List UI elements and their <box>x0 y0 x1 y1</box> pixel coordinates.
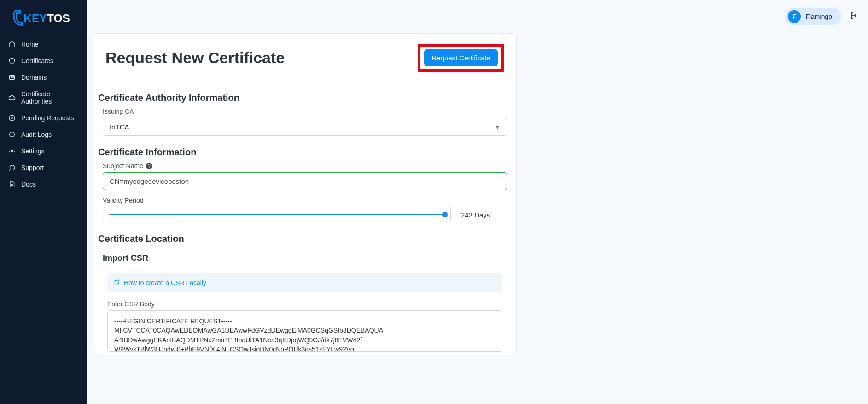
topbar: F Flamingo <box>87 0 868 33</box>
validity-slider[interactable] <box>103 207 451 222</box>
main-content: Request New Certificate Request Certific… <box>87 33 868 404</box>
user-name: Flamingo <box>805 13 832 20</box>
logout-icon <box>848 11 857 22</box>
sidebar-item-domains[interactable]: Domains <box>0 69 87 86</box>
chat-icon <box>8 164 16 171</box>
slider-fill <box>109 214 445 215</box>
home-icon <box>8 41 16 48</box>
sidebar-item-label: Home <box>21 41 38 48</box>
sidebar-item-certificates[interactable]: Certificates <box>0 53 87 69</box>
svg-point-6 <box>11 150 13 152</box>
issuing-ca-select[interactable]: IoTCA ▼ <box>103 118 507 136</box>
avatar: F <box>788 10 801 23</box>
svg-point-5 <box>10 132 15 137</box>
howto-csr-link-text: How to create a CSR Locally <box>124 279 206 287</box>
issuing-ca-value: IoTCA <box>110 123 129 131</box>
page-title: Request New Certificate <box>105 49 285 67</box>
section-heading-ca: Certificate Authority Information <box>93 88 516 108</box>
sidebar-item-label: Certificates <box>21 57 53 64</box>
chevron-down-icon: ▼ <box>495 124 500 130</box>
issuing-ca-label: Issuing CA <box>93 108 516 118</box>
sidebar-item-support[interactable]: Support <box>0 159 87 176</box>
sidebar-item-pending-requests[interactable]: Pending Requests <box>0 110 87 126</box>
sidebar: KEY TOS Home Certificates Dom <box>0 0 87 404</box>
import-csr-heading: Import CSR <box>93 249 516 268</box>
subject-name-label: Subject Name ? <box>93 162 516 172</box>
sidebar-item-label: Settings <box>21 147 45 155</box>
svg-text:KEY: KEY <box>23 12 47 24</box>
sidebar-item-home[interactable]: Home <box>0 36 87 53</box>
validity-period-label: Validity Period <box>93 197 516 207</box>
request-certificate-button[interactable]: Request Certificate <box>424 49 498 66</box>
shield-icon <box>8 57 16 64</box>
csr-body-label: Enter CSR Body <box>93 300 516 310</box>
sidebar-item-settings[interactable]: Settings <box>0 143 87 159</box>
document-icon <box>8 181 16 188</box>
gear-icon <box>8 147 16 155</box>
external-link-icon <box>114 279 120 287</box>
id-card-icon <box>8 74 16 81</box>
sidebar-item-label: Audit Logs <box>21 131 52 138</box>
csr-body-textarea[interactable] <box>107 310 502 352</box>
card-header: Request New Certificate Request Certific… <box>93 34 516 82</box>
sidebar-item-label: Pending Requests <box>21 114 74 122</box>
sidebar-item-label: Domains <box>21 74 47 81</box>
request-certificate-card: Request New Certificate Request Certific… <box>93 33 517 354</box>
cloud-icon <box>8 94 16 101</box>
highlight-annotation: Request Certificate <box>418 44 504 72</box>
user-chip[interactable]: F Flamingo <box>785 8 841 25</box>
subject-name-input[interactable] <box>103 172 507 190</box>
sidebar-item-label: Docs <box>21 181 36 188</box>
sidebar-item-certificate-authorities[interactable]: Certificate Authorities <box>0 86 87 110</box>
crosshair-icon <box>8 131 16 138</box>
section-heading-cert-location: Certificate Location <box>93 229 516 249</box>
brand-logo: KEY TOS <box>0 6 87 36</box>
validity-value: 243 Days <box>461 211 507 219</box>
subject-name-label-text: Subject Name <box>103 162 143 170</box>
sidebar-item-docs[interactable]: Docs <box>0 176 87 193</box>
svg-point-3 <box>11 76 12 78</box>
slider-track <box>109 214 445 215</box>
howto-csr-link[interactable]: How to create a CSR Locally <box>107 273 502 292</box>
clock-check-icon <box>8 114 16 122</box>
section-heading-cert-info: Certificate Information <box>93 142 516 162</box>
svg-text:TOS: TOS <box>47 12 70 24</box>
sidebar-item-audit-logs[interactable]: Audit Logs <box>0 126 87 143</box>
sidebar-item-label: Support <box>21 164 44 171</box>
svg-point-4 <box>9 115 15 121</box>
slider-thumb[interactable] <box>442 212 448 217</box>
avatar-initial: F <box>792 13 797 20</box>
sidebar-nav: Home Certificates Domains Certificate Au… <box>0 36 87 193</box>
sidebar-item-label: Certificate Authorities <box>21 90 79 105</box>
help-icon[interactable]: ? <box>146 163 152 169</box>
logout-button[interactable] <box>848 11 857 22</box>
